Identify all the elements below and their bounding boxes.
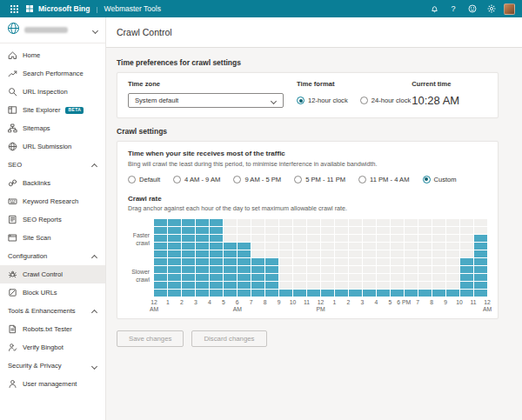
sidebar-item-url-submission[interactable]: URL Submission bbox=[0, 137, 105, 156]
crawl-rate-bar[interactable] bbox=[307, 289, 320, 297]
settings-gear-icon[interactable] bbox=[485, 2, 499, 16]
crawl-rate-column-12-am[interactable] bbox=[154, 218, 167, 297]
site-profile-selector[interactable] bbox=[0, 17, 105, 43]
crawl-rate-column-10-pm[interactable] bbox=[460, 218, 473, 297]
sidebar-item-crawl-control[interactable]: Crawl Control bbox=[0, 265, 105, 283]
chevron-down-icon bbox=[271, 98, 277, 103]
crawl-rate-bar[interactable] bbox=[391, 289, 404, 297]
crawl-rate-bar[interactable] bbox=[154, 218, 167, 297]
crawl-rate-column-9-pm[interactable] bbox=[446, 218, 459, 297]
x-axis-tick: 12 AM bbox=[483, 299, 492, 314]
sidebar-section-configuration[interactable]: Configuration bbox=[0, 247, 105, 265]
sidebar-item-user-management[interactable]: User management bbox=[0, 375, 105, 393]
traffic-time-radio-11-pm-4-am[interactable]: 11 PM - 4 AM bbox=[358, 176, 409, 183]
crawl-rate-bar[interactable] bbox=[377, 289, 390, 297]
crawl-rate-bar[interactable] bbox=[168, 218, 181, 297]
crawl-rate-column-2-pm[interactable] bbox=[349, 218, 362, 297]
discard-changes-button[interactable]: Discard changes bbox=[191, 330, 266, 347]
sidebar-item-label: User management bbox=[23, 380, 77, 388]
crawl-rate-column-3-pm[interactable] bbox=[363, 218, 376, 297]
crawl-rate-bar[interactable] bbox=[432, 289, 445, 297]
crawl-rate-column-6-pm[interactable] bbox=[405, 218, 418, 297]
y-axis-label-faster: Faster crawl bbox=[133, 232, 150, 248]
crawl-rate-bar[interactable] bbox=[279, 289, 292, 297]
sidebar-item-site-scan[interactable]: Site Scan bbox=[0, 229, 105, 247]
crawl-rate-column-4-am[interactable] bbox=[210, 218, 223, 297]
sidebar-item-block-urls[interactable]: Block URLs bbox=[0, 283, 105, 302]
crawl-rate-column-11-pm[interactable] bbox=[474, 218, 487, 297]
crawl-rate-column-7-am[interactable] bbox=[251, 218, 264, 297]
sidebar-item-backlinks[interactable]: Backlinks bbox=[0, 174, 105, 192]
time-format-radio-24-hour-clock[interactable]: 24-hour clock bbox=[360, 97, 412, 104]
crawl-rate-column-9-am[interactable] bbox=[279, 218, 292, 297]
radio-icon bbox=[173, 176, 181, 183]
sidebar-item-seo-reports[interactable]: SEO Reports bbox=[0, 210, 105, 229]
user-avatar[interactable] bbox=[504, 3, 515, 15]
crawl-rate-subtitle: Drag anchor against each hour of the day… bbox=[128, 204, 487, 212]
radio-selected-icon bbox=[297, 97, 304, 104]
traffic-time-radio-5-pm-11-pm[interactable]: 5 PM - 11 PM bbox=[294, 176, 345, 183]
waffle-icon[interactable] bbox=[7, 2, 21, 16]
crawl-rate-column-1-am[interactable] bbox=[168, 218, 181, 297]
crawl-rate-column-8-pm[interactable] bbox=[432, 218, 445, 297]
save-changes-button[interactable]: Save changes bbox=[117, 330, 184, 347]
traffic-time-radio-4-am-9-am[interactable]: 4 AM - 9 AM bbox=[173, 176, 220, 183]
x-axis-tick: 5 bbox=[388, 299, 392, 306]
crawl-rate-column-4-pm[interactable] bbox=[377, 218, 390, 297]
crawl-rate-bar[interactable] bbox=[349, 289, 362, 297]
crawl-rate-column-1-pm[interactable] bbox=[335, 218, 348, 297]
crawl-rate-column-7-pm[interactable] bbox=[418, 218, 432, 297]
crawl-rate-bar[interactable] bbox=[196, 218, 209, 297]
crawl-rate-bar[interactable] bbox=[321, 289, 334, 297]
crawl-rate-column-8-am[interactable] bbox=[265, 218, 278, 297]
sidebar-item-search-performance[interactable]: Search Performance bbox=[0, 64, 105, 83]
crawl-rate-bar[interactable] bbox=[474, 234, 487, 297]
sidebar-item-url-inspection[interactable]: URL Inspection bbox=[0, 83, 105, 101]
crawl-rate-bar[interactable] bbox=[293, 289, 306, 297]
help-icon[interactable]: ? bbox=[446, 2, 460, 16]
crawl-rate-bar[interactable] bbox=[363, 289, 376, 297]
crawl-rate-column-11-am[interactable] bbox=[307, 218, 320, 297]
main-content: Crawl Control Time preferences for crawl… bbox=[106, 17, 522, 420]
crawl-rate-bar[interactable] bbox=[335, 289, 348, 297]
x-axis-tick: 3 bbox=[194, 299, 197, 306]
crawl-rate-column-5-pm[interactable] bbox=[391, 218, 404, 297]
sidebar-item-robots-txt-tester[interactable]: Robots.txt Tester bbox=[0, 320, 105, 338]
radio-icon bbox=[358, 176, 366, 183]
sidebar-item-sitemaps[interactable]: Sitemaps bbox=[0, 119, 105, 137]
crawl-rate-bar[interactable] bbox=[210, 218, 223, 297]
crawl-rate-bar[interactable] bbox=[418, 289, 432, 297]
time-format-radio-12-hour-clock[interactable]: 12-hour clock bbox=[297, 97, 348, 104]
crawl-rate-bar[interactable] bbox=[405, 289, 418, 297]
crawl-rate-column-3-am[interactable] bbox=[196, 218, 209, 297]
brand-name[interactable]: Microsoft Bing bbox=[38, 4, 90, 13]
sidebar-item-verify-bingbot[interactable]: Verify Bingbot bbox=[0, 338, 105, 357]
traffic-time-radio-custom[interactable]: Custom bbox=[423, 176, 457, 183]
keyword-icon bbox=[8, 197, 17, 206]
crawl-rate-column-6-am[interactable] bbox=[238, 218, 251, 297]
traffic-time-radio-default[interactable]: Default bbox=[128, 176, 160, 183]
crawl-rate-bar[interactable] bbox=[460, 257, 473, 297]
sidebar-item-site-explorer[interactable]: Site ExplorerBETA bbox=[0, 101, 105, 119]
user-icon bbox=[8, 379, 17, 389]
sidebar-section-security-privacy[interactable]: Security & Privacy bbox=[0, 357, 105, 375]
crawl-rate-column-12-pm[interactable] bbox=[321, 218, 334, 297]
crawl-rate-column-5-am[interactable] bbox=[224, 218, 237, 297]
sidebar-item-keyword-research[interactable]: Keyword Research bbox=[0, 192, 105, 210]
crawl-rate-bar[interactable] bbox=[224, 242, 237, 297]
crawl-rate-bar[interactable] bbox=[182, 218, 195, 297]
timezone-select[interactable]: System default bbox=[128, 93, 284, 108]
crawl-rate-bar[interactable] bbox=[265, 257, 278, 297]
crawl-rate-bar[interactable] bbox=[251, 257, 264, 297]
sidebar-section-tools-enhancements[interactable]: Tools & Enhancements bbox=[0, 302, 105, 320]
crawl-rate-column-2-am[interactable] bbox=[182, 218, 195, 297]
traffic-time-radio-9-am-5-pm[interactable]: 9 AM - 5 PM bbox=[233, 176, 281, 183]
bell-icon[interactable] bbox=[427, 2, 441, 16]
crawl-rate-column-10-am[interactable] bbox=[293, 218, 306, 297]
sidebar-section-seo[interactable]: SEO bbox=[0, 156, 105, 174]
crawl-rate-bar[interactable] bbox=[446, 289, 459, 297]
app-name[interactable]: Webmaster Tools bbox=[104, 4, 161, 13]
sidebar-item-home[interactable]: Home bbox=[0, 46, 105, 64]
feedback-smiley-icon[interactable] bbox=[465, 2, 479, 16]
crawl-rate-bar[interactable] bbox=[238, 242, 251, 297]
